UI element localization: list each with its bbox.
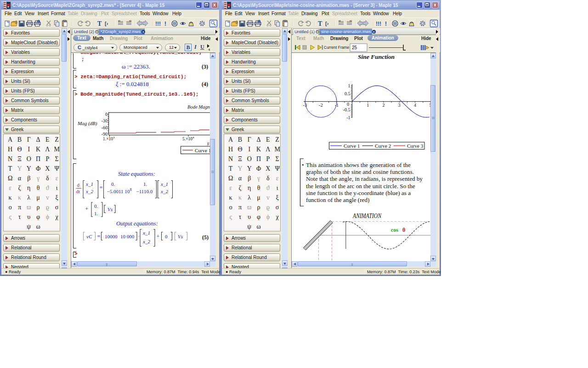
svg-text:[›: [› bbox=[325, 21, 329, 26]
svg-text:T: T bbox=[97, 20, 102, 27]
svg-text:Vs: Vs bbox=[107, 207, 113, 212]
svg-text:1: 1 bbox=[367, 103, 369, 108]
svg-text:Curve 3: Curve 3 bbox=[407, 143, 424, 149]
svg-text:Curve 1: Curve 1 bbox=[344, 143, 360, 149]
svg-text:dt: dt bbox=[76, 189, 80, 194]
svg-text:-60: -60 bbox=[102, 125, 107, 130]
svg-text:1: 1 bbox=[348, 83, 351, 88]
svg-text:0.5: 0.5 bbox=[345, 91, 351, 96]
svg-text:!!!: !!! bbox=[376, 21, 381, 27]
svg-text:x_2: x_2 bbox=[85, 189, 93, 194]
svg-text:10 000: 10 000 bbox=[120, 234, 135, 239]
svg-text:T: T bbox=[318, 20, 322, 27]
svg-text:Mag (dB): Mag (dB) bbox=[77, 121, 97, 126]
svg-text:1.×103: 1.×103 bbox=[103, 136, 115, 141]
svg-text:x_1: x_1 bbox=[142, 230, 150, 236]
svg-text:0.: 0. bbox=[94, 203, 98, 209]
svg-text:0.: 0. bbox=[111, 181, 115, 187]
svg-text:=: = bbox=[97, 233, 101, 240]
svg-text:0: 0 bbox=[165, 234, 168, 239]
svg-text:-90: -90 bbox=[102, 132, 107, 137]
svg-text:-30: -30 bbox=[102, 118, 107, 123]
svg-text:8: 8 bbox=[130, 188, 132, 192]
svg-text:!: ! bbox=[164, 21, 166, 27]
svg-text:Current Frame: Current Frame bbox=[324, 45, 350, 50]
svg-text:+: + bbox=[85, 205, 88, 212]
svg-text:F: F bbox=[207, 142, 209, 146]
svg-text:[›: [› bbox=[105, 21, 108, 26]
svg-text:1.: 1. bbox=[94, 211, 98, 216]
svg-text:Curve 1: Curve 1 bbox=[195, 148, 210, 153]
svg-text:0: 0 bbox=[347, 102, 349, 107]
svg-text:.: . bbox=[138, 232, 140, 237]
svg-text:5.×104: 5.×104 bbox=[182, 136, 194, 141]
svg-text:Vs: Vs bbox=[178, 234, 183, 239]
svg-text:x_2: x_2 bbox=[160, 189, 168, 194]
svg-text:−5.0011 10: −5.0011 10 bbox=[107, 189, 130, 194]
svg-text:0: 0 bbox=[105, 112, 107, 117]
svg-text:1.: 1. bbox=[143, 181, 147, 187]
svg-text:!!!: !!! bbox=[155, 21, 161, 27]
svg-text:Curve 2: Curve 2 bbox=[375, 143, 391, 149]
svg-text:3: 3 bbox=[398, 103, 401, 108]
svg-text:x_2: x_2 bbox=[142, 239, 150, 244]
svg-text:-2: -2 bbox=[319, 103, 322, 108]
svg-text:25: 25 bbox=[352, 45, 357, 50]
svg-text:d: d bbox=[77, 182, 80, 188]
svg-text:-1: -1 bbox=[346, 115, 350, 120]
svg-text:x_1: x_1 bbox=[85, 181, 93, 187]
svg-text:−1110.0: −1110.0 bbox=[136, 189, 153, 194]
svg-text:vC: vC bbox=[86, 234, 92, 239]
svg-text:2: 2 bbox=[383, 103, 385, 108]
svg-text:+: + bbox=[157, 233, 160, 240]
svg-text:!: ! bbox=[385, 21, 387, 27]
svg-text:x_1: x_1 bbox=[160, 181, 168, 187]
svg-text:10000: 10000 bbox=[105, 234, 118, 239]
svg-text:-0.5: -0.5 bbox=[343, 107, 351, 112]
svg-text:=: = bbox=[100, 184, 103, 191]
svg-text:Bode Magnit: Bode Magnit bbox=[187, 104, 210, 109]
svg-text:4: 4 bbox=[414, 103, 416, 108]
